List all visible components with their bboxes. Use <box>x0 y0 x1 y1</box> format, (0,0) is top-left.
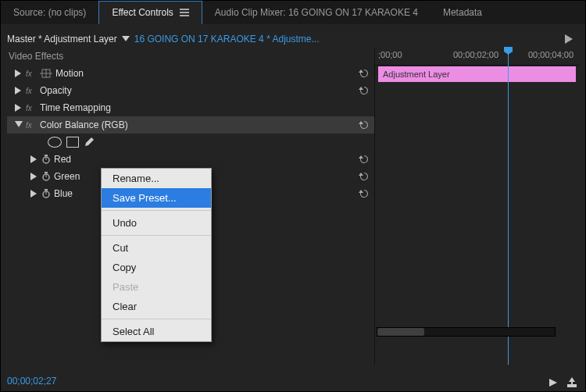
fx-icon[interactable]: fx <box>26 87 37 95</box>
svg-rect-29 <box>567 384 577 387</box>
play-icon[interactable] <box>565 34 573 44</box>
timeline-scrollbar[interactable] <box>377 327 556 337</box>
master-label: Master * Adjustment Layer <box>7 34 117 45</box>
svg-marker-14 <box>15 121 23 127</box>
timeline-pane: ;00;00 00;00;02;00 00;00;04;00 Adjustmen… <box>374 48 579 365</box>
clip-name: 16 GOING ON 17 KARAOKE 4 * Adjustme... <box>134 34 320 45</box>
ctx-clear-label: Clear <box>113 301 137 312</box>
ctx-rename-label: Rename... <box>113 173 159 184</box>
svg-rect-18 <box>45 155 48 156</box>
reset-icon[interactable] <box>359 119 370 130</box>
stopwatch-icon[interactable] <box>41 189 51 198</box>
ctx-paste: Paste <box>102 277 211 297</box>
ctx-separator <box>102 319 211 319</box>
ctx-rename[interactable]: Rename... <box>102 169 211 188</box>
time-ruler[interactable]: ;00;00 00;00;02;00 00;00;04;00 <box>375 48 579 66</box>
ctx-cut[interactable]: Cut <box>102 238 211 258</box>
twirl-icon[interactable] <box>30 190 38 198</box>
fx-icon[interactable]: fx <box>26 121 37 130</box>
tab-audio-mixer-label: Audio Clip Mixer: 16 GOING ON 17 KARAOKE… <box>215 7 418 18</box>
tab-metadata[interactable]: Metadata <box>431 1 495 24</box>
ruler-tick: 00;00;04;00 <box>528 50 573 59</box>
play-only-icon[interactable] <box>548 377 559 388</box>
stopwatch-icon[interactable] <box>41 155 51 164</box>
green-label: Green <box>54 171 80 182</box>
playhead[interactable] <box>508 48 509 365</box>
tab-metadata-label: Metadata <box>443 7 482 18</box>
ctx-save-preset[interactable]: Save Preset... <box>102 188 211 208</box>
twirl-icon[interactable] <box>15 69 23 77</box>
context-menu: Rename... Save Preset... Undo Cut Copy P… <box>101 168 212 342</box>
svg-marker-5 <box>15 69 21 77</box>
current-timecode[interactable]: 00;00;02;27 <box>7 376 56 387</box>
master-dropdown-icon[interactable] <box>122 36 130 42</box>
svg-text:fx: fx <box>26 87 33 95</box>
color-balance-label: Color Balance (RGB) <box>40 119 128 130</box>
ctx-clear[interactable]: Clear <box>102 297 211 316</box>
effect-row-motion[interactable]: fx Motion <box>7 65 374 82</box>
pen-mask-icon[interactable] <box>84 137 95 148</box>
tab-effect-controls[interactable]: Effect Controls <box>98 1 202 24</box>
twirl-icon[interactable] <box>30 155 38 163</box>
blue-label: Blue <box>54 188 73 199</box>
twirl-icon[interactable] <box>15 104 23 112</box>
effect-row-opacity[interactable]: fx Opacity <box>7 82 374 99</box>
svg-text:fx: fx <box>26 69 33 78</box>
mask-shape-row <box>7 134 374 151</box>
red-label: Red <box>54 154 71 165</box>
svg-text:fx: fx <box>26 104 33 112</box>
app-frame: Source: (no clips) Effect Controls Audio… <box>0 0 586 392</box>
fx-icon[interactable]: fx <box>26 104 37 112</box>
transform-icon <box>40 69 52 78</box>
tab-audio-mixer[interactable]: Audio Clip Mixer: 16 GOING ON 17 KARAOKE… <box>202 1 431 24</box>
panel-menu-icon[interactable] <box>180 9 189 16</box>
reset-icon[interactable] <box>359 68 370 79</box>
ctx-undo[interactable]: Undo <box>102 213 211 233</box>
svg-rect-22 <box>45 172 48 173</box>
ctx-undo-label: Undo <box>113 217 137 229</box>
ctx-select-all[interactable]: Select All <box>102 322 211 341</box>
reset-icon[interactable] <box>359 85 370 96</box>
ctx-save-preset-label: Save Preset... <box>113 192 177 204</box>
footer-icons <box>548 377 577 388</box>
timecode-value: 00;00;02;27 <box>7 376 56 387</box>
svg-marker-28 <box>549 379 557 387</box>
ellipse-mask-icon[interactable] <box>48 137 62 148</box>
param-row-red[interactable]: Red <box>7 151 374 168</box>
twirl-icon[interactable] <box>15 87 23 94</box>
reset-icon[interactable] <box>359 188 370 199</box>
twirl-down-icon[interactable] <box>15 121 23 129</box>
ruler-tick: ;00;00 <box>378 50 402 59</box>
scrollbar-thumb[interactable] <box>377 328 424 336</box>
ctx-copy-label: Copy <box>113 262 136 273</box>
reset-icon[interactable] <box>359 171 370 182</box>
effect-row-color-balance[interactable]: fx Color Balance (RGB) <box>7 116 374 134</box>
opacity-label: Opacity <box>40 85 72 96</box>
svg-rect-1 <box>180 12 189 13</box>
twirl-icon[interactable] <box>30 173 38 180</box>
effect-controls-panel: Master * Adjustment Layer 16 GOING ON 17… <box>1 24 585 391</box>
split: Video Effects fx Motion fx Opacity <box>7 48 579 365</box>
clip-bar-label: Adjustment Layer <box>383 69 450 79</box>
video-effects-header: Video Effects <box>7 48 374 65</box>
svg-rect-0 <box>180 9 189 10</box>
video-effects-label: Video Effects <box>9 51 63 62</box>
svg-marker-3 <box>122 36 130 41</box>
rect-mask-icon[interactable] <box>66 137 79 148</box>
ctx-select-all-label: Select All <box>113 326 154 337</box>
clip-header: Master * Adjustment Layer 16 GOING ON 17… <box>7 30 579 48</box>
tab-source[interactable]: Source: (no clips) <box>1 1 98 24</box>
svg-rect-2 <box>180 15 189 16</box>
stopwatch-icon[interactable] <box>41 172 51 181</box>
ctx-paste-label: Paste <box>113 281 138 293</box>
svg-marker-10 <box>15 87 21 94</box>
ctx-cut-label: Cut <box>113 242 128 254</box>
export-icon[interactable] <box>566 377 577 388</box>
svg-marker-20 <box>30 173 37 180</box>
effect-row-time-remapping[interactable]: fx Time Remapping <box>7 99 374 116</box>
fx-icon[interactable]: fx <box>26 69 37 78</box>
svg-marker-4 <box>565 34 573 44</box>
ctx-copy[interactable]: Copy <box>102 258 211 277</box>
clip-bar[interactable]: Adjustment Layer <box>378 66 576 82</box>
reset-icon[interactable] <box>359 154 370 165</box>
